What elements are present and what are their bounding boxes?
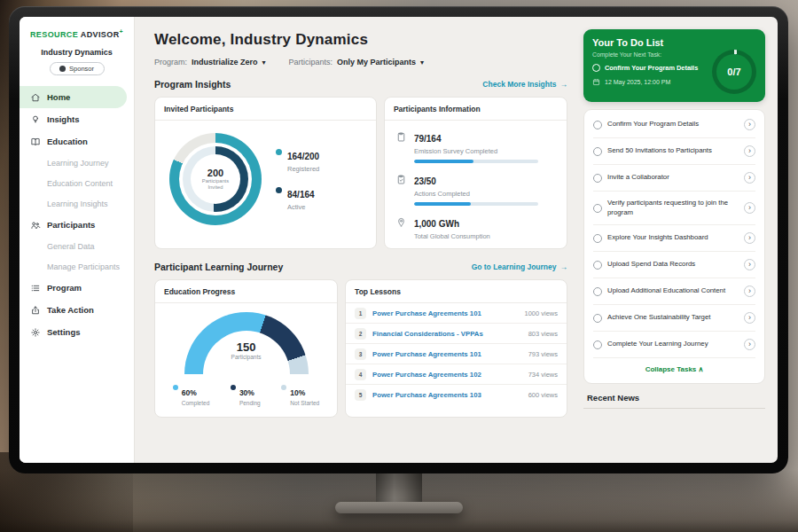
todo-task[interactable]: Confirm Your Program Details ›	[593, 112, 755, 138]
chevron-right-icon: ›	[744, 202, 755, 214]
task-checkbox-icon[interactable]	[593, 261, 602, 270]
collapse-icon: ∧	[699, 365, 704, 373]
sidebar-item-insights[interactable]: Insights	[20, 108, 134, 130]
todo-task[interactable]: Complete Your Learning Journey ›	[593, 332, 755, 358]
legend-not-started: 10% Not Started	[281, 383, 319, 406]
lesson-row[interactable]: 4 Power Purchase Agreements 102 734 view…	[346, 364, 567, 385]
todo-task-list: Confirm Your Program Details › Send 50 I…	[583, 109, 765, 384]
participants-information-card: Participants Information 79/164 Emission…	[384, 97, 567, 249]
monitor-bezel: RESOURCE ADVISOR+ Industry Dynamics Spon…	[9, 6, 788, 473]
todo-progress-ring: 0/7	[712, 50, 756, 94]
todo-task[interactable]: Achieve One Sustainability Target ›	[593, 305, 755, 332]
sidebar-item-take-action[interactable]: Take Action	[20, 299, 134, 321]
task-checkbox-icon[interactable]	[593, 121, 602, 129]
todo-subtitle: Complete Your Next Task:	[592, 51, 698, 58]
chevron-right-icon: ›	[744, 339, 755, 350]
learning-cards-row: Education Progress 150 Participants 60%	[154, 279, 567, 418]
check-more-insights-link[interactable]: Check More Insights →	[482, 80, 567, 89]
sidebar-item-education[interactable]: Education	[20, 130, 134, 153]
sidebar-item-participants[interactable]: Participants	[20, 214, 134, 236]
todo-task[interactable]: Explore Your Insights Dashboard ›	[593, 225, 755, 252]
clipboard-check-icon	[395, 174, 407, 185]
info-row-consumption: 1,000 GWh Total Global Consumption	[385, 206, 567, 240]
donut-center-label: Participants Invited	[199, 178, 232, 191]
top-lessons-card: Top Lessons 1 Power Purchase Agreements …	[345, 279, 567, 418]
invited-legend-dot	[276, 187, 282, 193]
recent-news-divider	[583, 408, 765, 409]
education-gauge-chart: 150 Participants	[184, 312, 309, 374]
insights-cards-row: Invited Participants 200 Participants In…	[154, 97, 567, 249]
todo-summary-card: Your To Do List Complete Your Next Task:…	[583, 29, 765, 102]
todo-next-task[interactable]: Confirm Your Program Details	[592, 64, 698, 72]
sidebar-item-learning-journey[interactable]: Learning Journey	[20, 153, 134, 173]
caret-down-icon: ▾	[262, 59, 266, 66]
todo-task[interactable]: Invite a Collaborator ›	[593, 165, 755, 192]
logo-resource: RESOURCE	[30, 30, 78, 39]
sidebar-item-settings[interactable]: Settings	[20, 321, 134, 343]
sidebar-item-education-content[interactable]: Education Content	[20, 173, 134, 193]
chevron-right-icon: ›	[744, 286, 755, 297]
legend-pending: 30% Pending	[231, 383, 261, 406]
filter-bar: Program: Industrialize Zero ▾ Participan…	[154, 58, 567, 66]
education-legend-dot	[281, 385, 286, 390]
lesson-row[interactable]: 2 Financial Considerations - VPPAs 803 v…	[346, 324, 567, 344]
task-checkbox-icon[interactable]	[593, 314, 602, 323]
sidebar-item-home[interactable]: Home	[20, 86, 127, 108]
todo-task[interactable]: Send 50 Invitations to Participants ›	[593, 138, 755, 165]
people-icon	[30, 220, 41, 231]
todo-task[interactable]: Upload Spend Data Records ›	[593, 252, 755, 278]
dashboard-screen: RESOURCE ADVISOR+ Industry Dynamics Spon…	[20, 17, 778, 463]
lesson-row[interactable]: 1 Power Purchase Agreements 101 1000 vie…	[346, 303, 567, 324]
task-checkbox-icon[interactable]	[593, 340, 602, 349]
lesson-row[interactable]: 3 Power Purchase Agreements 101 793 view…	[346, 344, 567, 364]
todo-task[interactable]: Upload Additional Educational Content ›	[593, 278, 755, 305]
sponsor-label: Sponsor	[69, 65, 94, 73]
clipboard-icon	[395, 131, 407, 143]
education-progress-card: Education Progress 150 Participants 60%	[154, 279, 338, 418]
sidebar-item-learning-insights[interactable]: Learning Insights	[20, 193, 134, 214]
chevron-right-icon: ›	[744, 145, 755, 157]
task-checkbox-icon[interactable]	[593, 147, 602, 156]
task-checkbox-icon[interactable]	[593, 204, 602, 213]
sidebar-nav: Home Insights Education Learning Journey…	[20, 86, 134, 343]
invited-participants-card: Invited Participants 200 Participants In…	[154, 97, 377, 249]
logo-advisor: ADVISOR	[81, 30, 120, 39]
arrow-right-icon: →	[560, 262, 568, 271]
task-checkbox-icon[interactable]	[593, 174, 602, 183]
program-filter-dropdown[interactable]: Program: Industrialize Zero ▾	[154, 58, 266, 66]
collapse-tasks-link[interactable]: Collapse Tasks ∧	[593, 358, 755, 381]
sponsor-badge[interactable]: Sponsor	[50, 62, 105, 75]
sidebar-item-program[interactable]: Program	[20, 277, 134, 299]
book-icon	[30, 137, 41, 147]
task-checkbox-icon[interactable]	[593, 234, 602, 243]
legend-completed: 60% Completed	[173, 383, 209, 406]
go-to-learning-journey-link[interactable]: Go to Learning Journey →	[472, 262, 567, 271]
app-logo: RESOURCE ADVISOR+	[20, 17, 134, 39]
lightbulb-icon	[30, 114, 41, 125]
sidebar-item-general-data[interactable]: General Data	[20, 236, 134, 256]
logo-plus: +	[120, 28, 124, 35]
invited-donut-chart: 200 Participants Invited	[169, 133, 262, 225]
legend-registered: 164/200 Registered	[276, 147, 319, 173]
sidebar-item-manage-participants[interactable]: Manage Participants	[20, 256, 134, 277]
sidebar: RESOURCE ADVISOR+ Industry Dynamics Spon…	[20, 17, 135, 463]
gauge-center-label: Participants	[184, 354, 309, 360]
upload-action-icon	[30, 305, 41, 316]
calendar-icon	[592, 78, 600, 86]
task-checkbox-icon[interactable]	[593, 287, 602, 296]
education-legend-dot	[231, 385, 236, 390]
lesson-row[interactable]: 5 Power Purchase Agreements 103 600 view…	[346, 385, 567, 404]
participants-filter-dropdown[interactable]: Participants: Only My Participants ▾	[289, 58, 425, 66]
info-row-survey: 79/164 Emission Survey Completed	[385, 121, 567, 163]
todo-due-date: 12 May 2025, 12:00 PM	[592, 78, 698, 86]
gear-icon	[30, 327, 41, 338]
education-legend: 60% Completed 30% Pending	[155, 374, 337, 406]
org-name: Industry Dynamics	[20, 48, 134, 57]
main-content: Welcome, Industry Dynamics Program: Indu…	[135, 17, 578, 463]
chevron-right-icon: ›	[744, 312, 755, 324]
todo-task[interactable]: Verify participants requesting to join t…	[593, 192, 755, 225]
monitor-stand-base	[335, 502, 463, 513]
todo-title: Your To Do List	[592, 37, 698, 48]
program-insights-header: Program Insights Check More Insights →	[154, 79, 567, 90]
donut-center-value: 200	[207, 168, 223, 178]
